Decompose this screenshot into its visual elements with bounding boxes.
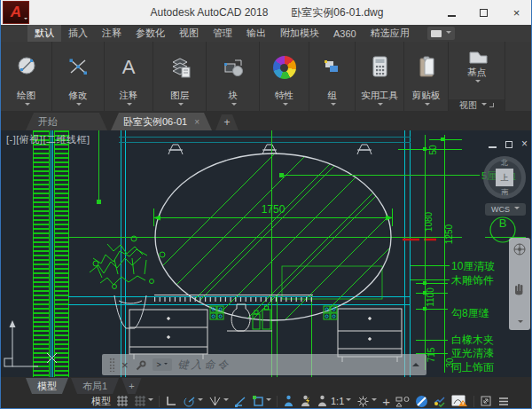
doc-minimize-button[interactable]	[489, 136, 497, 152]
ribbon-tab-manage[interactable]: 管理	[206, 25, 239, 42]
ribbon-tab-featured-apps[interactable]: 精选应用	[364, 25, 417, 42]
minimize-button[interactable]	[440, 6, 463, 20]
layout-tab-layout1[interactable]: 布局1	[71, 378, 119, 394]
handle-block[interactable]	[210, 306, 223, 319]
handle-block[interactable]	[324, 306, 337, 319]
mirror-hatch	[81, 135, 503, 348]
annotation-notes[interactable]: 5厘平边 10厘清玻 木雕饰件 勾8厘缝 白橡木夹 亚光清漆 同上饰面	[411, 170, 516, 374]
annotation-autoscale-icon[interactable]	[300, 395, 311, 407]
navigation-bar[interactable]	[509, 238, 530, 330]
osnap-tracking-icon[interactable]	[234, 395, 246, 407]
command-line-bar[interactable]: × > 键入命令	[102, 354, 426, 375]
command-grip-handle[interactable]	[109, 358, 115, 372]
command-prompt-icon[interactable]: >	[153, 358, 172, 371]
isometric-drafting-icon[interactable]	[208, 395, 229, 407]
decor-items[interactable]	[227, 304, 272, 331]
close-tab-icon[interactable]: ×	[194, 117, 200, 127]
annotation-monitor-icon[interactable]: +	[382, 394, 390, 409]
panel-expand-arrow[interactable]	[230, 100, 237, 111]
panel-label: 基点	[467, 67, 486, 77]
panel-expand-arrow[interactable]	[376, 100, 383, 111]
model-space-button[interactable]: 模型	[91, 395, 111, 408]
ceiling-lamps[interactable]	[168, 145, 372, 154]
doc-restore-button[interactable]	[505, 136, 512, 152]
separator	[473, 396, 474, 407]
ribbon-panel-clipboard[interactable]: 剪贴板	[404, 42, 449, 111]
ribbon-display-dropdown[interactable]	[427, 27, 455, 40]
file-tab-document[interactable]: 卧室实例06-01 ×	[111, 113, 212, 130]
snap-mode-icon[interactable]	[134, 395, 153, 407]
doc-close-button[interactable]: ×	[521, 138, 528, 150]
command-history-arrow-icon[interactable]	[412, 359, 419, 366]
glass-lines[interactable]	[51, 130, 411, 377]
note-leader[interactable]	[279, 173, 480, 177]
command-input[interactable]: 键入命令	[178, 358, 231, 373]
ribbon-panel-annotate[interactable]: A 注释	[105, 42, 153, 111]
maximize-button[interactable]	[473, 6, 496, 20]
ribbon-panel-draw[interactable]: 绘图	[1, 42, 52, 111]
new-layout-button[interactable]: +	[121, 378, 141, 394]
viewcube[interactable]: 北 上 南	[483, 156, 526, 199]
command-close-icon[interactable]: ×	[121, 358, 129, 372]
ribbon-panel-modify[interactable]: 修改	[52, 42, 105, 111]
panel-expand-arrow[interactable]	[176, 100, 184, 111]
panel-expand-arrow[interactable]	[329, 100, 336, 111]
polar-tracking-icon[interactable]	[183, 395, 203, 408]
app-logo-button[interactable]: A	[3, 1, 29, 24]
ribbon-tab-bar: 默认 插入 注释 参数化 视图 管理 输出 附加模块 A360 精选应用	[1, 25, 532, 42]
close-button[interactable]: ×	[505, 6, 528, 20]
isolate-objects-icon[interactable]	[416, 396, 427, 407]
drawing-canvas[interactable]: 1750	[1, 130, 532, 377]
fullscreen-icon[interactable]	[480, 395, 492, 407]
ribbon-tab-a360[interactable]: A360	[326, 25, 364, 42]
command-customize-wrench-icon[interactable]	[135, 359, 146, 371]
ceiling-lines[interactable]	[119, 138, 411, 143]
ribbon-tab-output[interactable]: 输出	[239, 25, 273, 42]
drawing-svg[interactable]: 1750	[1, 130, 532, 377]
ribbon-panel-block[interactable]: 块	[207, 42, 260, 111]
panel-expand-arrow[interactable]	[23, 100, 30, 111]
panel-expand-arrow[interactable]	[74, 100, 82, 111]
ribbon-panel-groups[interactable]: 组	[309, 42, 356, 111]
mirror-ellipse[interactable]	[81, 135, 503, 348]
ortho-mode-icon[interactable]	[165, 395, 177, 407]
ribbon-tab-parametric[interactable]: 参数化	[129, 25, 172, 42]
ribbon-tab-addins[interactable]: 附加模块	[273, 25, 326, 42]
panel-expand-arrow[interactable]	[125, 100, 132, 111]
ribbon-tab-insert[interactable]: 插入	[61, 25, 95, 42]
ribbon-tab-annotate[interactable]: 注释	[95, 25, 129, 42]
ribbon-panel-properties[interactable]: 特性	[260, 42, 309, 111]
panel-expand-arrow[interactable]	[423, 100, 430, 111]
annotation-visibility-icon[interactable]	[283, 395, 294, 407]
grid-display-icon[interactable]	[116, 395, 129, 407]
object-snap-icon[interactable]	[252, 395, 271, 407]
graphics-performance-icon[interactable]	[451, 395, 468, 407]
navbar-more-icon[interactable]	[518, 320, 523, 326]
modify-icon	[66, 42, 90, 90]
workspace-gear-icon[interactable]	[356, 395, 377, 408]
view-group-bar[interactable]: 视图	[449, 99, 505, 111]
new-tab-button[interactable]: +	[215, 114, 239, 130]
quick-properties-icon[interactable]	[395, 395, 411, 407]
viewport-controls-label[interactable]: [-][俯视][二维线框]	[6, 133, 90, 146]
ribbon-tab-view[interactable]: 视图	[172, 25, 206, 42]
annotation-scale-icon[interactable]: 1:1	[317, 395, 351, 407]
panel-label: 修改	[69, 90, 88, 100]
panel-expand-arrow[interactable]	[281, 100, 288, 111]
layout-tab-model[interactable]: 模型	[26, 378, 68, 394]
hardware-acceleration-icon[interactable]	[433, 395, 446, 407]
nav-wheel-icon[interactable]	[512, 242, 527, 256]
plant[interactable]	[90, 236, 165, 328]
ribbon-panel-view[interactable]: 基点 视图	[449, 42, 505, 111]
viewcube-top-face[interactable]: 上	[496, 169, 513, 186]
pan-hand-icon[interactable]	[512, 280, 527, 296]
ribbon-panel-layers[interactable]: 图层	[153, 42, 207, 111]
customization-menu-icon[interactable]	[497, 396, 510, 407]
file-tab-start[interactable]: 开始	[26, 113, 107, 130]
ribbon-tab-home[interactable]: 默认	[27, 25, 61, 42]
annotation-scale-value: 1:1	[331, 396, 344, 406]
panel-expand-arrow[interactable]	[473, 77, 481, 88]
wcs-dropdown[interactable]: WCS	[485, 203, 526, 216]
ribbon-panel-utilities[interactable]: 实用工具	[356, 42, 404, 111]
ucs-icon[interactable]	[4, 320, 38, 366]
